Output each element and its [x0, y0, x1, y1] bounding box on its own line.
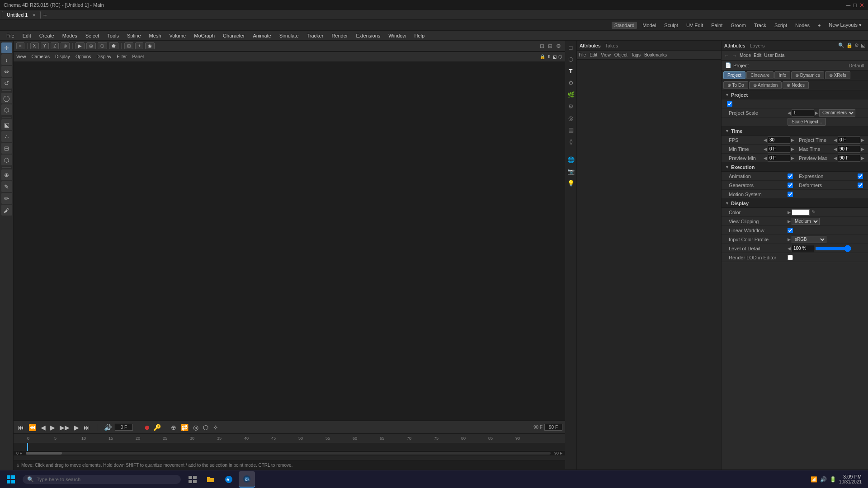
- timeline-track[interactable]: 0 F 90 F: [14, 443, 565, 455]
- prevmax-left[interactable]: ◀: [834, 156, 837, 160]
- menu-render[interactable]: Render: [328, 32, 351, 39]
- sculpt-button[interactable]: 🖌: [1, 205, 12, 216]
- deformers-checkbox[interactable]: [858, 183, 863, 188]
- vt-grid-btn[interactable]: +: [135, 42, 143, 49]
- icp-arrow[interactable]: ▶: [788, 237, 791, 242]
- vt-play-btn[interactable]: ▶: [75, 42, 85, 49]
- mode-icon-5[interactable]: 🌿: [566, 89, 576, 99]
- set-axis-button[interactable]: ✎: [1, 181, 12, 192]
- ps-arrow-left[interactable]: ◀: [788, 111, 791, 115]
- move-tool-button[interactable]: ↕: [1, 54, 12, 65]
- scale-project-button[interactable]: Scale Project...: [788, 118, 826, 126]
- project-enable-checkbox[interactable]: [727, 101, 732, 107]
- viewport[interactable]: [14, 61, 565, 420]
- attr-lock-icon[interactable]: 🔒: [846, 42, 853, 48]
- tray-battery-icon[interactable]: 🔋: [830, 476, 836, 483]
- prevmin-left[interactable]: ◀: [764, 156, 767, 160]
- render-region-btn[interactable]: ⬡: [202, 424, 210, 431]
- vt-z-btn[interactable]: Z: [51, 42, 59, 49]
- vc-max-icon[interactable]: ⬕: [552, 54, 557, 59]
- vt-y-btn[interactable]: Y: [41, 42, 49, 49]
- vt-snap-btn[interactable]: ⊞: [124, 42, 133, 49]
- menu-window[interactable]: Window: [385, 32, 410, 39]
- max-time-input[interactable]: [838, 145, 860, 153]
- lasso-select-button[interactable]: ◯: [1, 93, 12, 103]
- menu-mesh[interactable]: Mesh: [146, 32, 165, 39]
- lod-left[interactable]: ◀: [788, 246, 791, 251]
- attr-tab-nodes[interactable]: ⊕ Nodes: [783, 81, 809, 89]
- section-project[interactable]: ▼ Project: [722, 90, 868, 99]
- attr-tab-project[interactable]: Project: [723, 71, 745, 79]
- layout-new[interactable]: New Layouts ▾: [826, 21, 864, 29]
- layout-sculpt[interactable]: Sculpt: [661, 22, 681, 29]
- maxt-left[interactable]: ◀: [834, 147, 837, 151]
- preview-min-input[interactable]: [768, 155, 790, 162]
- attr-layers-tab[interactable]: Layers: [750, 43, 764, 48]
- input-color-profile-select[interactable]: sRGB Linear AdobeRGB: [792, 236, 826, 243]
- fps-left[interactable]: ◀: [764, 138, 767, 142]
- attr-back-icon[interactable]: ←: [724, 53, 729, 58]
- attr-user-data[interactable]: User Data: [764, 53, 784, 58]
- generators-checkbox[interactable]: [788, 183, 793, 188]
- layout-uvedit[interactable]: UV Edit: [684, 22, 706, 29]
- menu-tools[interactable]: Tools: [104, 32, 123, 39]
- transport-audio-icon[interactable]: 🔊: [103, 424, 113, 431]
- camera-icon-btn[interactable]: 📷: [566, 166, 576, 176]
- attr-forward-icon[interactable]: →: [732, 53, 737, 58]
- edge-button[interactable]: e: [221, 471, 237, 488]
- section-time[interactable]: ▼ Time: [722, 127, 868, 136]
- layout-groom[interactable]: Groom: [728, 22, 749, 29]
- pt-right[interactable]: ▶: [861, 138, 864, 142]
- tray-sound-icon[interactable]: 🔊: [820, 476, 827, 483]
- attr-tab-info[interactable]: Info: [774, 71, 790, 79]
- transport-play-rev[interactable]: ▶▶: [58, 424, 71, 431]
- menu-edit[interactable]: Edit: [19, 32, 35, 39]
- layout-model[interactable]: Model: [640, 22, 659, 29]
- menu-simulate[interactable]: Simulate: [276, 32, 302, 39]
- scene-view-btn[interactable]: ◎: [192, 424, 200, 431]
- linear-workflow-checkbox[interactable]: [788, 228, 793, 233]
- tab-close-icon[interactable]: ✕: [32, 13, 36, 18]
- transport-prev-key[interactable]: ⏪: [27, 424, 38, 431]
- menu-animate[interactable]: Animate: [249, 32, 274, 39]
- globe-icon-btn[interactable]: 🌐: [566, 155, 576, 164]
- mint-left[interactable]: ◀: [764, 147, 767, 151]
- model-mode-button[interactable]: ⬕: [1, 119, 12, 130]
- rotate-tool-button[interactable]: ↺: [1, 78, 12, 89]
- obj-file[interactable]: File: [579, 52, 586, 57]
- layout-add[interactable]: +: [815, 22, 823, 29]
- timeline-scroll-thumb[interactable]: [26, 452, 62, 455]
- obj-object[interactable]: Object: [614, 52, 627, 57]
- vt-x-btn[interactable]: X: [30, 42, 39, 49]
- mode-icon-2[interactable]: ⬡: [566, 54, 576, 64]
- attr-edit[interactable]: Edit: [754, 53, 761, 58]
- attr-search-icon[interactable]: 🔍: [838, 42, 844, 48]
- obj-edit[interactable]: Edit: [590, 52, 597, 57]
- menu-mograph[interactable]: MoGraph: [190, 32, 218, 39]
- vt-render2-icon[interactable]: ⊟: [547, 42, 554, 50]
- vt-world-btn[interactable]: ⊕: [61, 42, 70, 49]
- scale-tool-button[interactable]: ⇔: [1, 66, 12, 77]
- attr-tab-xrefs[interactable]: ⊕ XRefs: [825, 71, 850, 79]
- current-frame-input[interactable]: 0 F: [115, 424, 133, 431]
- expression-checkbox[interactable]: [858, 174, 863, 179]
- obj-bookmarks[interactable]: Bookmarks: [644, 52, 667, 57]
- mode-icon-4[interactable]: ⚙: [566, 78, 576, 88]
- edge-mode-button[interactable]: ⊟: [1, 143, 12, 154]
- mode-icon-8[interactable]: ▤: [566, 125, 576, 135]
- vt-poly-btn[interactable]: ⬡: [98, 42, 107, 49]
- vm-options[interactable]: Options: [75, 54, 91, 59]
- live-selection-button[interactable]: ⬡: [1, 104, 12, 115]
- vc-left[interactable]: ▶: [788, 219, 791, 224]
- menu-extensions[interactable]: Extensions: [352, 32, 384, 39]
- vc-lock-icon[interactable]: 🔒: [540, 54, 545, 59]
- prevmax-right[interactable]: ▶: [861, 156, 864, 160]
- transport-next-frame[interactable]: ▶: [73, 424, 80, 431]
- key-button[interactable]: 🔑: [152, 424, 162, 431]
- animation-checkbox[interactable]: [788, 174, 793, 179]
- file-explorer-button[interactable]: [203, 471, 219, 488]
- color-edit-icon[interactable]: ✎: [811, 209, 816, 215]
- new-tab-button[interactable]: +: [42, 11, 49, 19]
- start-button[interactable]: [3, 471, 19, 488]
- objects-tab[interactable]: Attributes: [580, 43, 600, 48]
